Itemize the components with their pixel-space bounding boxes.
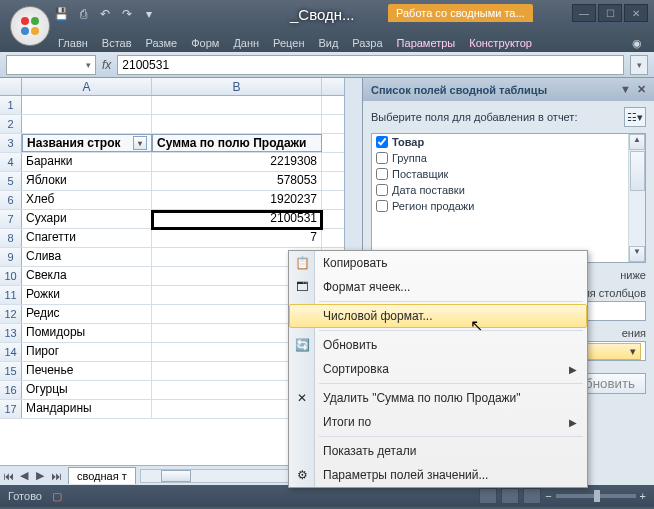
row-header[interactable]: 1 bbox=[0, 96, 22, 114]
table-row[interactable]: 6Хлеб1920237 bbox=[0, 191, 344, 210]
cell[interactable]: Огурцы bbox=[22, 381, 152, 399]
row-header[interactable]: 3 bbox=[0, 134, 22, 152]
field-list-item[interactable]: Товар bbox=[372, 134, 645, 150]
ribbon-help-icon[interactable]: ◉ bbox=[626, 35, 648, 52]
fx-icon[interactable]: fx bbox=[102, 58, 111, 72]
sheet-nav-last-icon[interactable]: ⏭ bbox=[48, 470, 64, 482]
cell[interactable]: Печенье bbox=[22, 362, 152, 380]
row-header[interactable]: 4 bbox=[0, 153, 22, 171]
qat-more-icon[interactable]: ▾ bbox=[140, 5, 158, 23]
chevron-down-icon[interactable]: ▼ bbox=[620, 83, 631, 96]
formula-bar[interactable]: 2100531 bbox=[117, 55, 624, 75]
row-header[interactable]: 6 bbox=[0, 191, 22, 209]
row-header[interactable]: 8 bbox=[0, 229, 22, 247]
row-header[interactable]: 12 bbox=[0, 305, 22, 323]
row-header[interactable]: 15 bbox=[0, 362, 22, 380]
maximize-button[interactable]: ☐ bbox=[598, 4, 622, 22]
office-button[interactable] bbox=[10, 6, 50, 46]
cell[interactable]: 578053 bbox=[152, 172, 322, 190]
menu-item[interactable]: Итоги по▶ bbox=[289, 410, 587, 434]
cell[interactable]: Рожки bbox=[22, 286, 152, 304]
cell[interactable]: 7 bbox=[152, 229, 322, 247]
row-header[interactable]: 14 bbox=[0, 343, 22, 361]
ribbon-tab[interactable]: Разме bbox=[140, 33, 184, 52]
row-header[interactable]: 10 bbox=[0, 267, 22, 285]
table-row[interactable]: 7Сухари2100531 bbox=[0, 210, 344, 229]
minimize-button[interactable]: — bbox=[572, 4, 596, 22]
table-row[interactable]: 8Спагетти7 bbox=[0, 229, 344, 248]
row-header[interactable]: 13 bbox=[0, 324, 22, 342]
ribbon-tab[interactable]: Главн bbox=[52, 33, 94, 52]
field-checkbox[interactable] bbox=[376, 152, 388, 164]
filter-dropdown-icon[interactable]: ▾ bbox=[133, 136, 147, 150]
table-row[interactable]: 1 bbox=[0, 96, 344, 115]
view-pagebreak-icon[interactable] bbox=[523, 488, 541, 504]
menu-item[interactable]: ✕Удалить "Сумма по полю Продажи" bbox=[289, 386, 587, 410]
cell[interactable] bbox=[22, 115, 152, 133]
cell[interactable]: Сумма по полю Продажи bbox=[152, 134, 322, 152]
cell[interactable]: Помидоры bbox=[22, 324, 152, 342]
chevron-down-icon[interactable]: ▾ bbox=[81, 60, 95, 70]
sheet-tab[interactable]: сводная т bbox=[68, 467, 136, 484]
table-row[interactable]: 3Названия строк▾Сумма по полю Продажи bbox=[0, 134, 344, 153]
menu-item[interactable]: Числовой формат... bbox=[289, 304, 587, 328]
ribbon-tab[interactable]: Рецен bbox=[267, 33, 310, 52]
column-header[interactable]: B bbox=[152, 78, 322, 95]
field-checkbox[interactable] bbox=[376, 200, 388, 212]
cell[interactable]: Яблоки bbox=[22, 172, 152, 190]
close-icon[interactable]: ✕ bbox=[637, 83, 646, 96]
print-icon[interactable]: ⎙ bbox=[74, 5, 92, 23]
cell[interactable]: Пирог bbox=[22, 343, 152, 361]
row-header[interactable]: 17 bbox=[0, 400, 22, 418]
cell[interactable]: Названия строк▾ bbox=[22, 134, 152, 152]
field-checkbox[interactable] bbox=[376, 136, 388, 148]
table-row[interactable]: 2 bbox=[0, 115, 344, 134]
menu-item[interactable]: 🗔Формат ячеек... bbox=[289, 275, 587, 299]
sheet-nav-first-icon[interactable]: ⏮ bbox=[0, 470, 16, 482]
formula-expand-icon[interactable]: ▾ bbox=[630, 55, 648, 75]
macro-record-icon[interactable]: ▢ bbox=[52, 490, 62, 503]
field-list-item[interactable]: Регион продажи bbox=[372, 198, 645, 214]
cell[interactable]: 2219308 bbox=[152, 153, 322, 171]
field-list-item[interactable]: Группа bbox=[372, 150, 645, 166]
field-list-scrollbar[interactable]: ▲ ▼ bbox=[628, 134, 645, 262]
undo-icon[interactable]: ↶ bbox=[96, 5, 114, 23]
cell[interactable]: 1920237 bbox=[152, 191, 322, 209]
select-all-corner[interactable] bbox=[0, 78, 22, 95]
field-list-item[interactable]: Дата поставки bbox=[372, 182, 645, 198]
sheet-nav-prev-icon[interactable]: ◀ bbox=[16, 469, 32, 482]
row-header[interactable]: 11 bbox=[0, 286, 22, 304]
layout-options-icon[interactable]: ☷▾ bbox=[624, 107, 646, 127]
ribbon-tab[interactable]: Вид bbox=[312, 33, 344, 52]
view-normal-icon[interactable] bbox=[479, 488, 497, 504]
menu-item[interactable]: 📋Копировать bbox=[289, 251, 587, 275]
cell[interactable]: 2100531 bbox=[152, 210, 322, 228]
menu-item[interactable]: Показать детали bbox=[289, 439, 587, 463]
field-checkbox[interactable] bbox=[376, 168, 388, 180]
ribbon-tab[interactable]: Данн bbox=[227, 33, 265, 52]
table-row[interactable]: 5Яблоки578053 bbox=[0, 172, 344, 191]
name-box[interactable]: ▾ bbox=[6, 55, 96, 75]
cell[interactable]: Слива bbox=[22, 248, 152, 266]
cell[interactable]: Свекла bbox=[22, 267, 152, 285]
menu-item[interactable]: ⚙Параметры полей значений... bbox=[289, 463, 587, 487]
save-icon[interactable]: 💾 bbox=[52, 5, 70, 23]
cell[interactable]: Редис bbox=[22, 305, 152, 323]
column-header[interactable]: A bbox=[22, 78, 152, 95]
zoom-slider[interactable] bbox=[556, 494, 636, 498]
cell[interactable]: Мандарины bbox=[22, 400, 152, 418]
view-layout-icon[interactable] bbox=[501, 488, 519, 504]
row-header[interactable]: 9 bbox=[0, 248, 22, 266]
cell[interactable]: Баранки bbox=[22, 153, 152, 171]
row-header[interactable]: 2 bbox=[0, 115, 22, 133]
row-header[interactable]: 7 bbox=[0, 210, 22, 228]
row-header[interactable]: 5 bbox=[0, 172, 22, 190]
cell[interactable]: Спагетти bbox=[22, 229, 152, 247]
cell[interactable]: Сухари bbox=[22, 210, 152, 228]
table-row[interactable]: 4Баранки2219308 bbox=[0, 153, 344, 172]
menu-item[interactable]: Сортировка▶ bbox=[289, 357, 587, 381]
ribbon-tab[interactable]: Встав bbox=[96, 33, 138, 52]
zoom-out-icon[interactable]: − bbox=[545, 490, 551, 502]
ribbon-tab[interactable]: Разра bbox=[346, 33, 388, 52]
ribbon-tab-context[interactable]: Конструктор bbox=[463, 33, 538, 52]
